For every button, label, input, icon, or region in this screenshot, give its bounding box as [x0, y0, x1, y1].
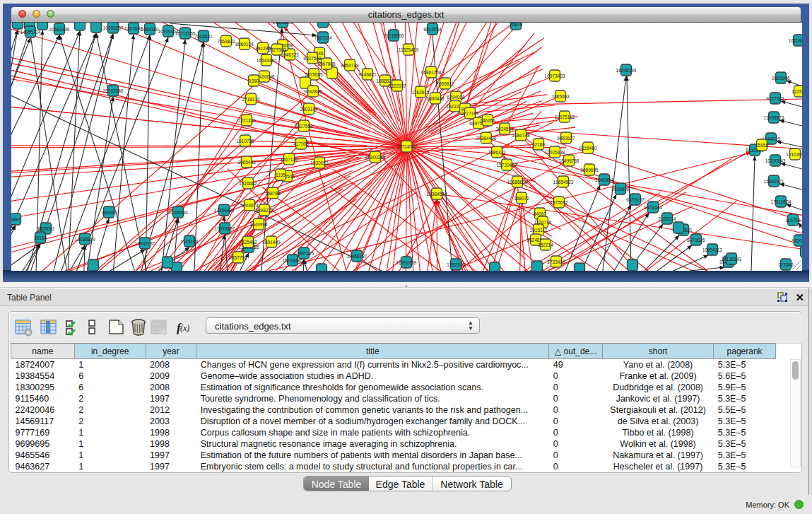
svg-text:2803144: 2803144	[300, 107, 318, 112]
svg-text:1292346: 1292346	[447, 262, 465, 267]
svg-text:1691449: 1691449	[262, 240, 281, 245]
svg-text:746266: 746266	[480, 118, 495, 123]
svg-text:10025438: 10025438	[545, 150, 565, 155]
svg-text:1210305: 1210305	[786, 152, 802, 157]
svg-text:10688609: 10688609	[507, 180, 528, 185]
svg-text:20206531: 20206531	[168, 210, 189, 215]
svg-text:19218506: 19218506	[384, 33, 404, 38]
svg-text:14055724: 14055724	[20, 30, 41, 35]
svg-text:(x): (x)	[180, 323, 189, 333]
svg-text:8322037: 8322037	[388, 83, 406, 88]
svg-text:20691406: 20691406	[49, 27, 70, 32]
svg-text:3267130: 3267130	[280, 157, 298, 162]
svg-text:20053346: 20053346	[103, 88, 124, 93]
svg-text:1080748: 1080748	[512, 133, 530, 138]
svg-text:6466160: 6466160	[141, 27, 159, 32]
svg-text:8938928: 8938928	[611, 187, 630, 192]
svg-text:12942737: 12942737	[135, 241, 155, 246]
svg-text:8454749: 8454749	[341, 63, 359, 68]
svg-text:14136141: 14136141	[722, 257, 742, 262]
svg-text:9327503: 9327503	[268, 47, 286, 52]
svg-text:134930: 134930	[101, 210, 117, 215]
svg-text:6794028: 6794028	[447, 95, 465, 100]
svg-text:1327602: 1327602	[124, 26, 143, 31]
svg-text:62160: 62160	[532, 142, 545, 147]
svg-text:1010755: 1010755	[236, 139, 254, 144]
svg-text:2718170: 2718170	[242, 97, 260, 102]
svg-text:7857224: 7857224	[314, 35, 332, 40]
svg-text:8471626: 8471626	[687, 238, 705, 243]
svg-text:122549: 122549	[792, 89, 802, 94]
svg-text:1965493: 1965493	[237, 160, 256, 165]
svg-text:1975692: 1975692	[550, 200, 568, 205]
svg-text:16713155: 16713155	[175, 31, 196, 36]
svg-text:16961758: 16961758	[421, 70, 442, 75]
svg-text:19384554: 19384554	[427, 192, 447, 197]
svg-text:15720407: 15720407	[497, 163, 517, 168]
svg-text:39154: 39154	[34, 235, 47, 240]
svg-text:10958187: 10958187	[347, 254, 367, 259]
svg-text:84067: 84067	[534, 211, 546, 216]
svg-text:7485063: 7485063	[551, 94, 570, 99]
svg-text:9463627: 9463627	[557, 136, 575, 141]
svg-text:1733426: 1733426	[547, 259, 565, 264]
svg-text:12156829: 12156829	[75, 237, 95, 242]
svg-text:3024554: 3024554	[495, 127, 514, 132]
svg-text:2967608: 2967608	[317, 62, 336, 66]
svg-text:1195: 1195	[276, 173, 286, 177]
svg-text:1615112: 1615112	[530, 228, 548, 233]
svg-text:10973493: 10973493	[545, 74, 565, 78]
svg-text:10653267: 10653267	[103, 25, 124, 30]
svg-text:9329966: 9329966	[772, 76, 790, 81]
svg-text:945062: 945062	[792, 238, 802, 243]
svg-text:18724007: 18724007	[396, 144, 417, 149]
svg-text:9115460: 9115460	[579, 146, 597, 151]
svg-text:5498222: 5498222	[255, 208, 273, 213]
svg-text:26876: 26876	[510, 23, 522, 27]
svg-text:17957225: 17957225	[294, 251, 314, 256]
svg-text:9699695: 9699695	[580, 168, 599, 173]
svg-text:19654923: 19654923	[553, 180, 574, 185]
svg-text:158072: 158072	[514, 196, 529, 201]
svg-text:1916682: 1916682	[239, 181, 257, 186]
svg-text:9146821: 9146821	[358, 72, 377, 77]
svg-text:1640954: 1640954	[595, 177, 613, 182]
svg-text:8813054: 8813054	[423, 27, 442, 32]
svg-text:7625402: 7625402	[239, 240, 257, 245]
svg-text:1846323: 1846323	[281, 52, 299, 57]
svg-text:16782759: 16782759	[396, 260, 417, 265]
svg-text:116753: 116753	[785, 218, 801, 223]
svg-text:16048194: 16048194	[616, 68, 637, 73]
svg-text:252214: 252214	[538, 243, 553, 247]
svg-text:9474444: 9474444	[644, 205, 662, 210]
svg-text:12975115: 12975115	[555, 115, 575, 119]
svg-text:11325419: 11325419	[399, 47, 419, 52]
svg-text:417006: 417006	[293, 141, 309, 146]
svg-text:10975867: 10975867	[215, 226, 235, 231]
svg-text:5875685: 5875685	[305, 72, 323, 77]
svg-text:10210643: 10210643	[765, 158, 786, 163]
svg-text:1145194: 1145194	[181, 239, 199, 244]
svg-text:9390: 9390	[249, 78, 259, 83]
svg-text:7886322: 7886322	[488, 150, 506, 155]
svg-text:1162615: 1162615	[412, 90, 430, 95]
svg-text:6479197: 6479197	[626, 197, 645, 202]
svg-text:9327502: 9327502	[303, 56, 322, 61]
svg-text:9227343: 9227343	[766, 96, 784, 101]
svg-text:1221330: 1221330	[237, 118, 256, 123]
svg-text:20364436: 20364436	[476, 136, 497, 141]
svg-text:7955812: 7955812	[436, 81, 454, 86]
svg-text:1004674: 1004674	[240, 203, 259, 208]
svg-text:9242845: 9242845	[304, 89, 322, 94]
svg-text:7663822: 7663822	[217, 39, 235, 44]
svg-text:9777169: 9777169	[461, 111, 479, 116]
svg-text:1640994: 1640994	[249, 222, 268, 227]
svg-text:16543382: 16543382	[257, 58, 277, 63]
svg-text:8427552: 8427552	[295, 124, 313, 129]
svg-text:8960124: 8960124	[235, 42, 254, 47]
svg-text:17359934: 17359934	[214, 208, 235, 213]
svg-text:15692971: 15692971	[764, 179, 784, 184]
svg-text:6990448: 6990448	[426, 96, 445, 101]
svg-text:12093873: 12093873	[764, 115, 784, 120]
svg-text:1530022: 1530022	[310, 160, 329, 165]
